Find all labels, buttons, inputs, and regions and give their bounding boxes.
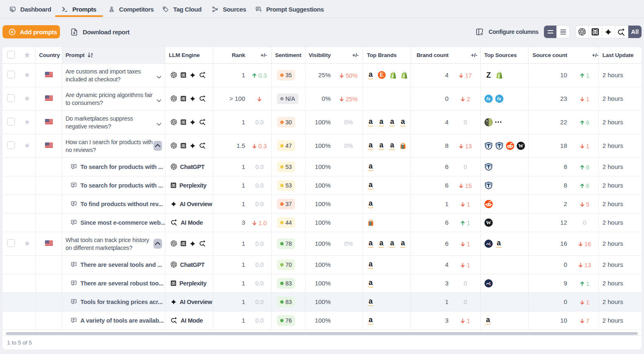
svg-text:?: ?	[260, 9, 262, 12]
